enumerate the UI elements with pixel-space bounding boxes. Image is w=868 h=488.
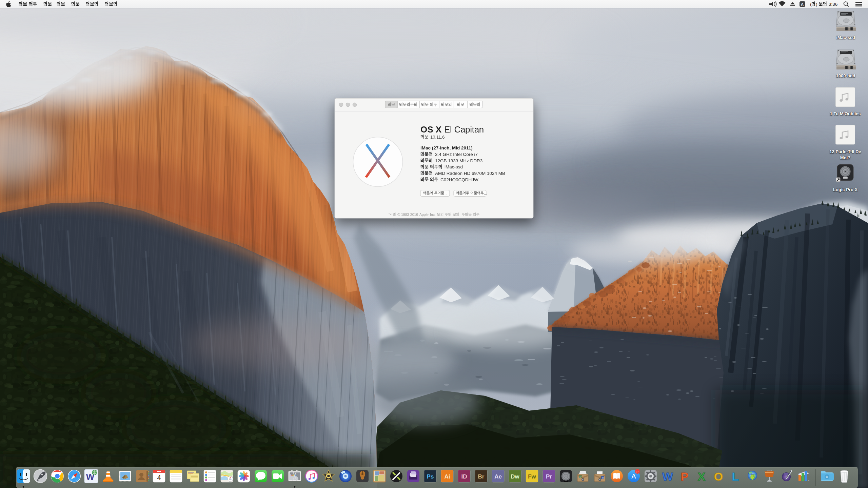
svg-text:Q: Q bbox=[602, 477, 604, 479]
svg-text:1 Tu M'Oublies: 1 Tu M'Oublies bbox=[830, 111, 861, 116]
svg-text:P: P bbox=[681, 470, 689, 483]
svg-text:A: A bbox=[631, 472, 636, 480]
svg-text:SIT: SIT bbox=[579, 476, 581, 478]
svg-text:3.4 GHz Intel Core i7: 3.4 GHz Intel Core i7 bbox=[435, 152, 478, 157]
svg-text:Fw: Fw bbox=[528, 473, 536, 480]
svg-text:AMD Radeon HD 6970M 1024 MB: AMD Radeon HD 6970M 1024 MB bbox=[435, 171, 505, 176]
svg-text:4: 4 bbox=[157, 474, 161, 481]
svg-text:iMac (27-inch, Mid 2011): iMac (27-inch, Mid 2011) bbox=[420, 145, 473, 150]
svg-text:iMac-ssd: iMac-ssd bbox=[445, 164, 463, 169]
svg-text:Inc.: Inc. bbox=[430, 212, 436, 217]
svg-text:12 Parle-T-Il De: 12 Parle-T-Il De bbox=[829, 149, 861, 154]
svg-text:C02HQ0CQDHJW: C02HQ0CQDHJW bbox=[440, 177, 478, 182]
svg-text:1983-2016: 1983-2016 bbox=[401, 212, 418, 217]
svg-text:12GB 1333 MHz DDR3: 12GB 1333 MHz DDR3 bbox=[435, 158, 482, 163]
svg-text:©: © bbox=[397, 212, 400, 217]
svg-text:™: ™ bbox=[388, 212, 392, 217]
svg-text:W: W bbox=[662, 470, 673, 483]
svg-text:1000-hdd: 1000-hdd bbox=[836, 73, 855, 78]
svg-text:Ae: Ae bbox=[494, 473, 502, 480]
svg-text:Moi?: Moi? bbox=[840, 155, 850, 160]
svg-text:OS X: OS X bbox=[420, 124, 442, 135]
svg-text:): ) bbox=[816, 2, 817, 7]
svg-text:3:36: 3:36 bbox=[829, 2, 837, 7]
svg-text:Br: Br bbox=[478, 473, 485, 480]
svg-text:L: L bbox=[732, 470, 739, 483]
svg-text:(: ( bbox=[810, 2, 812, 7]
svg-text:...: ... bbox=[445, 191, 448, 195]
svg-text:O: O bbox=[714, 470, 723, 483]
svg-text:...: ... bbox=[484, 191, 487, 195]
svg-text:Logic Pro X: Logic Pro X bbox=[833, 187, 858, 192]
svg-text:X: X bbox=[698, 470, 706, 483]
svg-text:A: A bbox=[801, 2, 804, 7]
svg-text:Ps: Ps bbox=[427, 473, 434, 480]
svg-text:Dw: Dw bbox=[511, 473, 519, 480]
svg-text:Apple: Apple bbox=[419, 212, 429, 217]
svg-text:.: . bbox=[459, 212, 460, 217]
svg-text:Ai: Ai bbox=[445, 473, 450, 480]
svg-text:ID: ID bbox=[461, 473, 467, 480]
svg-text:iMac-ssd: iMac-ssd bbox=[836, 35, 855, 40]
svg-text:10.11.6: 10.11.6 bbox=[430, 135, 445, 140]
svg-text:27: 27 bbox=[636, 470, 639, 473]
svg-text:3D: 3D bbox=[229, 478, 232, 480]
svg-text:El Capitan: El Capitan bbox=[444, 124, 484, 135]
svg-text:Pr: Pr bbox=[546, 473, 552, 480]
